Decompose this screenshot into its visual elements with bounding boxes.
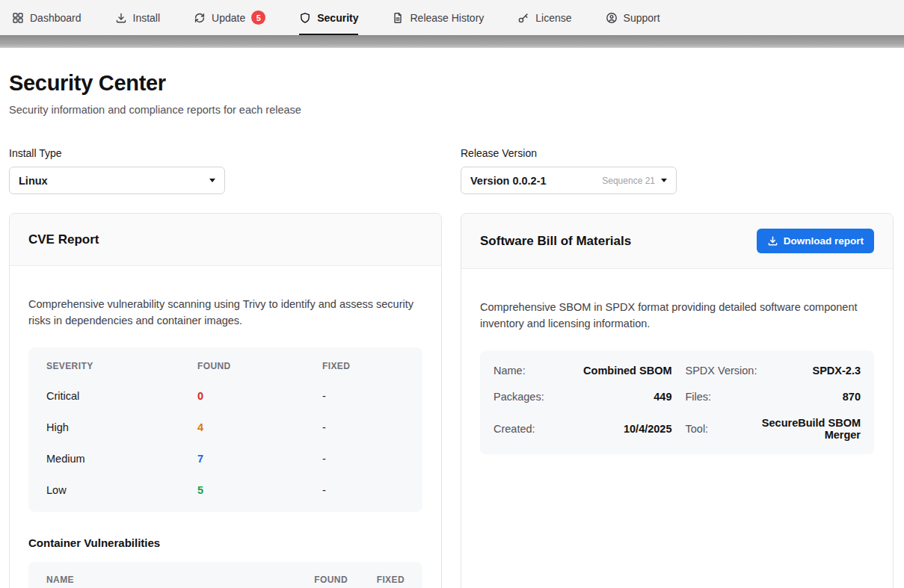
- release-version-filter: Release Version Version 0.0.2-1 Sequence…: [461, 147, 894, 194]
- sbom-card: Software Bill of Materials Download repo…: [461, 213, 894, 588]
- nav-label-release-history: Release History: [410, 12, 484, 24]
- cve-report-header: CVE Report: [10, 214, 441, 266]
- download-icon: [767, 235, 778, 247]
- security-center-page: Security Center Security information and…: [0, 71, 904, 588]
- severity-name: Low: [46, 484, 197, 496]
- nav-label-dashboard: Dashboard: [30, 12, 82, 24]
- install-type-select[interactable]: Linux: [9, 167, 225, 194]
- nav-item-install[interactable]: Install: [115, 0, 161, 35]
- found-col-header: FOUND: [280, 575, 348, 585]
- update-count-badge: 5: [251, 10, 265, 25]
- content-divider-band: [0, 35, 904, 48]
- severity-found-count: 4: [197, 421, 322, 433]
- refresh-icon: [194, 12, 206, 24]
- release-sequence-label: Sequence 21: [602, 176, 655, 186]
- nav-item-dashboard[interactable]: Dashboard: [12, 0, 82, 35]
- install-type-filter: Install Type Linux: [9, 147, 442, 194]
- install-type-label: Install Type: [9, 147, 442, 159]
- detail-value: Combined SBOM: [574, 365, 674, 377]
- detail-value: SPDX-2.3: [762, 365, 861, 377]
- detail-value: 449: [574, 391, 674, 403]
- table-row: Critical 0 -: [28, 380, 422, 412]
- detail-label: Packages:: [493, 391, 574, 403]
- container-table-header: NAME FOUND FIXED: [28, 562, 422, 588]
- download-icon: [115, 12, 127, 24]
- table-row: Medium 7 -: [28, 443, 422, 474]
- report-cards: CVE Report Comprehensive vulnerability s…: [9, 213, 894, 588]
- severity-found-count: 5: [197, 484, 322, 496]
- detail-value: 870: [762, 391, 861, 403]
- fixed-col-header: FIXED: [348, 575, 405, 585]
- severity-table-header: SEVERITY FOUND FIXED: [28, 347, 422, 380]
- detail-label: SPDX Version:: [674, 365, 762, 377]
- name-col-header: NAME: [46, 575, 280, 585]
- detail-label: Tool:: [674, 423, 762, 435]
- severity-fixed-count: -: [322, 453, 405, 465]
- page-title: Security Center: [9, 71, 894, 96]
- detail-value: SecureBuild SBOM Merger: [762, 417, 861, 441]
- dashboard-grid-icon: [12, 12, 24, 24]
- sbom-description: Comprehensive SBOM in SPDX format provid…: [461, 280, 893, 332]
- sbom-header: Software Bill of Materials Download repo…: [461, 214, 893, 269]
- shield-icon: [299, 12, 311, 24]
- severity-col-header: SEVERITY: [46, 361, 197, 371]
- cve-report-title: CVE Report: [28, 232, 99, 247]
- nav-label-install: Install: [133, 12, 161, 24]
- key-icon: [517, 12, 529, 24]
- nav-label-support: Support: [624, 12, 660, 24]
- nav-label-security: Security: [317, 12, 358, 24]
- cve-report-description: Comprehensive vulnerability scanning usi…: [10, 277, 441, 329]
- release-version-select[interactable]: Version 0.0.2-1 Sequence 21: [461, 167, 677, 194]
- sbom-title: Software Bill of Materials: [480, 234, 631, 249]
- nav-item-release-history[interactable]: Release History: [392, 0, 484, 35]
- nav-item-support[interactable]: Support: [606, 0, 660, 35]
- download-report-button[interactable]: Download report: [757, 229, 874, 253]
- install-type-value: Linux: [19, 175, 48, 187]
- severity-name: Medium: [46, 453, 197, 465]
- release-version-label: Release Version: [461, 147, 894, 159]
- severity-fixed-count: -: [322, 390, 405, 402]
- severity-fixed-count: -: [322, 484, 405, 496]
- severity-table: SEVERITY FOUND FIXED Critical 0 - High 4…: [28, 347, 422, 512]
- detail-label: Name:: [493, 365, 574, 377]
- table-row: Name: Combined SBOM SPDX Version: SPDX-2…: [480, 357, 874, 383]
- severity-name: Critical: [46, 390, 197, 402]
- severity-fixed-count: -: [322, 421, 405, 433]
- document-icon: [392, 12, 404, 24]
- nav-item-license[interactable]: License: [517, 0, 571, 35]
- severity-found-count: 0: [197, 390, 322, 402]
- table-row: Packages: 449 Files: 870: [480, 383, 874, 409]
- found-col-header: FOUND: [197, 361, 322, 371]
- table-row: Low 5 -: [28, 474, 422, 506]
- cve-report-card: CVE Report Comprehensive vulnerability s…: [9, 213, 442, 588]
- nav-label-license: License: [535, 12, 571, 24]
- detail-value: 10/4/2025: [574, 423, 674, 435]
- top-navigation: Dashboard Install Update 5 Security Rele…: [0, 0, 904, 35]
- page-subtitle: Security information and compliance repo…: [9, 104, 894, 116]
- severity-name: High: [46, 421, 197, 433]
- detail-label: Files:: [674, 391, 762, 403]
- nav-item-update[interactable]: Update 5: [194, 0, 265, 35]
- table-row: High 4 -: [28, 412, 422, 443]
- chevron-down-icon: [209, 179, 215, 182]
- sbom-details-table: Name: Combined SBOM SPDX Version: SPDX-2…: [480, 350, 874, 454]
- container-vulnerabilities-title: Container Vulnerabilities: [28, 536, 422, 549]
- support-user-icon: [606, 12, 618, 24]
- release-version-value: Version 0.0.2-1: [470, 175, 547, 187]
- detail-label: Created:: [493, 423, 574, 435]
- filters-row: Install Type Linux Release Version Versi…: [9, 147, 894, 194]
- download-report-label: Download report: [784, 235, 864, 247]
- nav-item-security[interactable]: Security: [299, 0, 358, 35]
- severity-found-count: 7: [197, 453, 322, 465]
- chevron-down-icon: [661, 179, 667, 182]
- table-row: Created: 10/4/2025 Tool: SecureBuild SBO…: [480, 409, 874, 448]
- nav-label-update: Update: [212, 12, 245, 24]
- fixed-col-header: FIXED: [322, 361, 405, 371]
